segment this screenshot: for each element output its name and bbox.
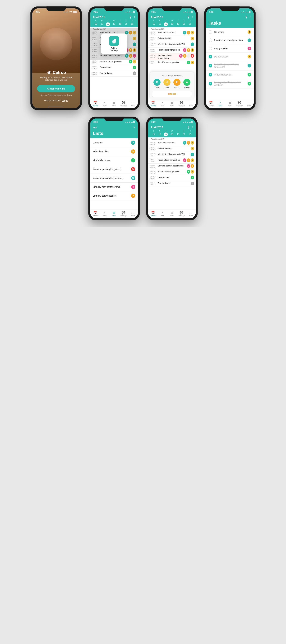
task-checkbox[interactable] <box>209 47 212 50</box>
home-indicator <box>222 106 238 107</box>
tab-more[interactable]: ··· More <box>128 101 138 106</box>
tab-calendar[interactable]: 📅 Calendar <box>90 211 100 217</box>
assign-person-emma[interactable]: E Emma <box>173 79 181 88</box>
edit-button[interactable]: Edit <box>93 126 97 129</box>
tasks-header: ⚲ + Tasks <box>206 14 254 28</box>
splash-title: Calroo <box>53 70 66 75</box>
list-daily-chores[interactable]: Kids' daily chores 7 <box>90 156 138 165</box>
task-checkbox[interactable]: ✓ <box>209 82 212 86</box>
tab-tasks[interactable]: ✓ Tasks <box>100 211 109 217</box>
tab-tasks[interactable]: ✓ Tasks <box>216 101 225 106</box>
tab-messages[interactable]: 💬 Messages <box>235 101 244 106</box>
event-family-dinner[interactable]: 6:30 PM7:30 PM Family dinner All <box>90 71 138 77</box>
assign-person-chris[interactable]: C Chris <box>153 79 161 88</box>
phone-calendar2: 3:29 ▲▲▲ ☁ ▓ April 2018 ⚲ + S M <box>146 116 198 220</box>
tab-lists[interactable]: ☰ Lists <box>167 101 177 106</box>
svg-point-5 <box>48 73 49 74</box>
assign-person-ashley[interactable]: A Ashley <box>183 79 190 88</box>
event-field-trip[interactable]: 8:30 AM2:30 PM School field trip J <box>148 146 196 152</box>
event-take-kids[interactable]: 8:00 AM8:30 AM Take kids to school C E J <box>148 30 196 36</box>
tab-calendar[interactable]: 📅 Calendar <box>148 101 158 106</box>
event-pickup[interactable]: 3:30 PM4:00 PM Pick up kids from school … <box>148 158 196 164</box>
list-groceries[interactable]: Groceries 4 <box>90 138 138 147</box>
list-vacation-summer[interactable]: Vacation packing list (summer) 12 <box>90 174 138 182</box>
event-take-kids[interactable]: 8:00 AM8:30 AM Take kids to school C E J <box>148 140 196 146</box>
tab-messages[interactable]: 💬 Messages <box>119 101 128 106</box>
task-parent-conf[interactable]: ✓ Schedule parent-teacher conference C <box>206 61 254 71</box>
tab-calendar[interactable]: 📅 Calendar <box>206 101 216 106</box>
task-vacation[interactable]: Plan the next family vacation C <box>206 36 254 44</box>
assign-cancel-button[interactable]: Cancel <box>152 91 192 97</box>
day-label: Tuesday, April 17 <box>148 27 196 30</box>
list-birthday-guests[interactable]: Birthday party guest list 9 <box>90 192 138 200</box>
task-homework[interactable]: ✓ Do homework J <box>206 53 254 61</box>
task-groceries[interactable]: Buy groceries M <box>206 44 254 53</box>
tab-tasks[interactable]: ✓ Tasks <box>158 211 167 217</box>
event-soccer[interactable]: 5:00 PM6:00 PM Jacob's soccer practice A… <box>148 60 196 66</box>
task-play-dates[interactable]: ✓ Arrange play dates for next weekend A <box>206 79 254 89</box>
task-birthday-gift[interactable]: ✓ Order birthday gift A <box>206 71 254 79</box>
tab-messages[interactable]: 💬 Messages <box>177 211 186 217</box>
notch <box>104 116 124 121</box>
task-checkbox[interactable]: ✓ <box>209 55 212 58</box>
tab-messages[interactable]: 💬 Messages <box>119 211 128 217</box>
battery-icon: ▓ <box>133 121 135 123</box>
phone-splash: 3:21 ▲▲▲ wifi ▓▓▓ <box>30 6 82 110</box>
assign-name-ashley: Ashley <box>184 86 190 88</box>
add-list-button[interactable]: + <box>133 126 135 129</box>
login-link[interactable]: Log in <box>62 99 68 102</box>
event-soccer[interactable]: 5:00 PM6:00 PM Jacob's soccer practice A… <box>90 59 138 65</box>
assign-person-jacob[interactable]: J Jacob <box>163 79 171 88</box>
event-cook[interactable]: 6:00 PM6:30 PM Cook dinner A <box>90 65 138 71</box>
search-icon[interactable]: ⚲ <box>187 126 190 129</box>
add-icon[interactable]: + <box>249 16 251 19</box>
assign-avatars: C Chris J Jacob E Emma A Ashley <box>152 79 192 88</box>
event-family-dinner[interactable]: 6:30 PM7:30 PM Family dinner All <box>148 181 196 187</box>
add-icon[interactable]: + <box>134 16 135 19</box>
tab-more[interactable]: ··· More <box>186 101 196 106</box>
task-do-chores[interactable]: Do chores J <box>206 28 254 36</box>
tab-lists[interactable]: ☰ Lists <box>167 211 177 217</box>
tab-more[interactable]: ··· More <box>244 101 254 106</box>
task-avatar: A <box>248 73 251 76</box>
battery-icon: ▓ <box>133 11 135 13</box>
task-avatar: J <box>248 55 251 58</box>
task-checkbox[interactable] <box>209 38 212 42</box>
task-checkbox[interactable]: ✓ <box>209 64 212 68</box>
event-field-trip[interactable]: 8:30 AM2:30 PM School field trip J <box>148 36 196 42</box>
calendar-tab-label: Calendar <box>92 105 98 106</box>
tab-lists[interactable]: ☰ Lists <box>109 211 119 217</box>
home-indicator <box>106 106 122 107</box>
tab-lists[interactable]: ☰ Lists <box>109 101 119 106</box>
tab-tasks[interactable]: ✓ Tasks <box>100 101 109 106</box>
tab-more[interactable]: ··· More <box>128 211 138 217</box>
event-cook[interactable]: 6:00 PM6:30 PM Cook dinner A <box>148 175 196 181</box>
tab-more[interactable]: ··· More <box>186 211 196 217</box>
event-tennis[interactable]: 12:00 PM1:00 PM Weekly tennis game with … <box>148 42 196 48</box>
terms-link[interactable]: Terms <box>67 94 72 96</box>
list-school-supplies[interactable]: School supplies 10 <box>90 147 138 156</box>
task-checkbox[interactable]: ✓ <box>209 73 212 76</box>
list-birthday-emma[interactable]: Birthday wish list for Emma 4 <box>90 182 138 192</box>
tab-calendar[interactable]: 📅 Calendar <box>148 211 158 217</box>
tab-tasks[interactable]: ✓ Tasks <box>158 101 167 106</box>
assign-popup: Tap to assign this event C Chris J Jacob… <box>150 72 194 99</box>
event-dentist[interactable]: 4:00 PM5:00 PM Emma's dentist appointmen… <box>148 54 196 60</box>
simplify-life-button[interactable]: Simplify my life <box>37 85 75 92</box>
add-icon[interactable]: + <box>191 16 193 19</box>
search-icon[interactable]: ⚲ <box>187 16 190 19</box>
event-soccer[interactable]: 5:00 PM6:00 PM Jacob's soccer practice A… <box>148 169 196 175</box>
search-icon[interactable]: ⚲ <box>245 16 247 19</box>
event-pickup[interactable]: 3:30 PM4:00 PM Pick up kids from school … <box>148 48 196 54</box>
add-icon[interactable]: + <box>191 126 193 129</box>
list-badge: 10 <box>131 150 135 154</box>
splash-screen: Calroo Simplify your family life with sh… <box>32 8 80 108</box>
list-vacation-winter[interactable]: Vacation packing list (winter) 14 <box>90 165 138 174</box>
search-icon[interactable]: ⚲ <box>129 16 132 19</box>
event-dentist[interactable]: 4:00 PM5:00 PM Emma's dentist appointmen… <box>148 164 196 169</box>
tab-calendar[interactable]: 📅 Calendar <box>90 101 100 106</box>
tab-lists[interactable]: ☰ Lists <box>225 101 235 106</box>
task-checkbox[interactable] <box>209 30 212 34</box>
tab-messages[interactable]: 💬 Messages <box>177 101 186 106</box>
event-tennis[interactable]: 12:00 PM1:00 PM Weekly tennis game with … <box>148 152 196 158</box>
